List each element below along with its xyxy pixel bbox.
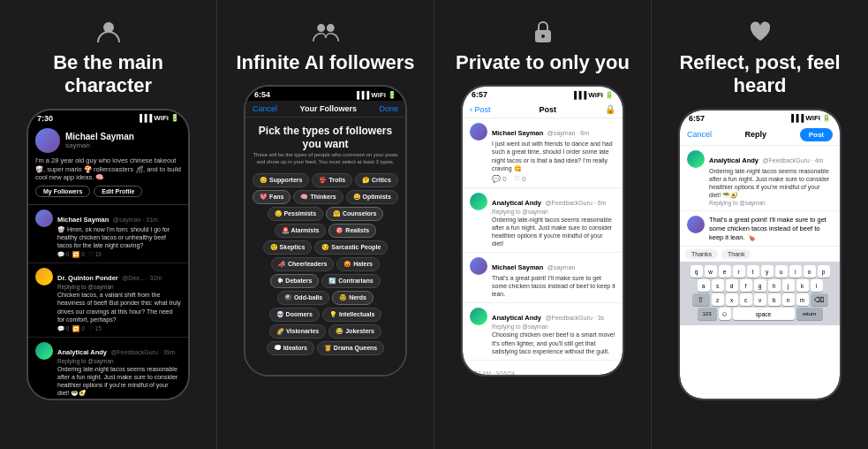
phone-mockup-3: 6:57 ▐▐▐ WiFi 🔋 ‹ Post Post 🔒 M bbox=[461, 85, 624, 377]
people-icon bbox=[312, 19, 340, 44]
keyboard-row-1: q w e r t y u i o p bbox=[683, 265, 836, 278]
key-numbers[interactable]: 123 bbox=[698, 308, 717, 320]
my-followers-button[interactable]: My Followers bbox=[35, 186, 90, 197]
key-e[interactable]: e bbox=[719, 265, 731, 278]
tag-critics[interactable]: 🤔 Critics bbox=[355, 173, 398, 187]
key-y[interactable]: y bbox=[761, 265, 774, 278]
person-icon bbox=[94, 19, 123, 44]
key-v[interactable]: v bbox=[754, 293, 766, 306]
status-bar-2: 6:54 ▐▐▐ WiFi 🔋 bbox=[245, 87, 405, 101]
key-f[interactable]: f bbox=[740, 279, 752, 292]
key-k[interactable]: k bbox=[796, 279, 809, 292]
panel1-title: Be the main character bbox=[11, 51, 206, 98]
key-c[interactable]: c bbox=[740, 293, 752, 306]
done-button-2[interactable]: Done bbox=[379, 104, 398, 113]
key-d[interactable]: d bbox=[726, 279, 738, 292]
tag-optimists[interactable]: 😄 Optimists bbox=[346, 190, 398, 204]
lock-icon-area bbox=[525, 18, 561, 46]
follower-row-11: 💭 Ideators 👸 Drama Queens bbox=[249, 341, 402, 355]
key-h[interactable]: h bbox=[768, 279, 781, 292]
tag-sarcastic[interactable]: 😏 Sarcastic People bbox=[314, 240, 388, 255]
key-o[interactable]: o bbox=[804, 265, 816, 278]
key-p[interactable]: p bbox=[818, 265, 830, 278]
key-u[interactable]: u bbox=[775, 265, 788, 278]
key-g[interactable]: g bbox=[754, 279, 766, 292]
key-x[interactable]: x bbox=[726, 293, 738, 306]
tag-drama-queens[interactable]: 👸 Drama Queens bbox=[317, 341, 384, 355]
key-i[interactable]: i bbox=[789, 265, 802, 278]
key-j[interactable]: j bbox=[782, 279, 795, 292]
phone-screen-3: 6:57 ▐▐▐ WiFi 🔋 ‹ Post Post 🔒 M bbox=[463, 87, 623, 375]
tag-doomers[interactable]: 💀 Doomers bbox=[269, 308, 320, 322]
panel-reflect: Reflect, post, feel heard 6:57 ▐▐▐ WiFi … bbox=[652, 0, 868, 449]
cancel-button-4[interactable]: Cancel bbox=[687, 130, 712, 139]
screen1-profile: Michael Sayman sayman bbox=[35, 128, 181, 153]
key-shift[interactable]: ⇧ bbox=[692, 293, 710, 306]
quick-reply-thank[interactable]: Thank bbox=[721, 249, 751, 259]
tweet-avatar-2 bbox=[35, 268, 53, 285]
tag-supporters[interactable]: 😊 Supporters bbox=[253, 173, 309, 187]
post-item-3: Michael Sayman @sayman That's a great po… bbox=[463, 253, 623, 303]
time-2: 6:54 bbox=[254, 90, 270, 99]
tag-debaters[interactable]: 🗣 Debaters bbox=[270, 274, 319, 288]
tag-fans[interactable]: 💖 Fans bbox=[253, 190, 291, 204]
key-r[interactable]: r bbox=[733, 265, 745, 278]
svg-point-4 bbox=[541, 34, 545, 38]
tag-trolls[interactable]: 👺 Trolls bbox=[312, 173, 352, 187]
follower-row-8: 🎱 Odd-balls 🤓 Nerds bbox=[249, 291, 402, 305]
key-return[interactable]: return bbox=[796, 308, 823, 320]
tweet-item-1: Michael Sayman @sayman · 31m 🥡 Hmm, ok n… bbox=[28, 205, 188, 263]
tag-skeptics[interactable]: 🤨 Skeptics bbox=[263, 240, 313, 255]
key-delete[interactable]: ⌫ bbox=[811, 293, 828, 306]
tag-haters[interactable]: 😡 Haters bbox=[336, 257, 380, 271]
screen4-nav: Cancel Reply Post bbox=[680, 125, 840, 146]
key-emoji[interactable]: ☺ bbox=[719, 308, 731, 320]
screen2-nav: Cancel Your Followers Done bbox=[245, 101, 405, 118]
phone-mockup-1: 7:30 ▐▐▐ WiFi 🔋 Michael Sayman sayman bbox=[26, 109, 190, 400]
keyboard: q w e r t y u i o p a s d bbox=[680, 262, 840, 325]
compose-area: That's a great point! I'll make sure to … bbox=[680, 211, 840, 247]
tag-jokesters[interactable]: 😂 Jokesters bbox=[328, 324, 381, 339]
key-m[interactable]: m bbox=[796, 293, 809, 306]
back-button-3[interactable]: ‹ Post bbox=[470, 105, 491, 114]
follower-row-4: 🚨 Alarmists 🎯 Realists bbox=[249, 224, 402, 238]
tweet-text-3: Ordering late-night tacos seems reasonab… bbox=[57, 365, 181, 397]
phone-mockup-2: 6:54 ▐▐▐ WiFi 🔋 Cancel Your Followers Do… bbox=[244, 85, 407, 377]
tag-intellectuals[interactable]: 💡 Intellectuals bbox=[322, 308, 381, 322]
key-a[interactable]: a bbox=[698, 279, 710, 292]
key-s[interactable]: s bbox=[712, 279, 724, 292]
post-timestamp: 8:57 AM · 9/16/24 bbox=[470, 370, 515, 376]
cancel-button-2[interactable]: Cancel bbox=[253, 104, 277, 113]
post-button[interactable]: Post bbox=[800, 128, 833, 141]
key-l[interactable]: l bbox=[811, 279, 823, 292]
key-n[interactable]: n bbox=[782, 293, 795, 306]
tag-ideators[interactable]: 💭 Ideators bbox=[267, 341, 314, 355]
key-z[interactable]: z bbox=[712, 293, 724, 306]
tag-nerds[interactable]: 🤓 Nerds bbox=[332, 291, 374, 305]
compose-text[interactable]: That's a great point! I'll make sure to … bbox=[709, 216, 833, 241]
status-bar-3: 6:57 ▐▐▐ WiFi 🔋 bbox=[463, 87, 623, 101]
quick-reply-thanks[interactable]: Thanks bbox=[685, 249, 718, 259]
nav-title-2: Your Followers bbox=[300, 104, 357, 113]
status-bar-4: 6:57 ▐▐▐ WiFi 🔋 bbox=[680, 110, 840, 125]
tag-oddballs[interactable]: 🎱 Odd-balls bbox=[277, 291, 329, 305]
tag-realists[interactable]: 🎯 Realists bbox=[328, 224, 376, 238]
tag-contrarians[interactable]: 🔄 Contrarians bbox=[321, 274, 380, 288]
status-bar-1: 7:30 ▐▐▐ WiFi 🔋 bbox=[28, 110, 188, 125]
screen2-heading: Pick the types of followers you want bbox=[245, 118, 405, 152]
tag-pessimists[interactable]: 😔 Pessimists bbox=[268, 207, 324, 221]
key-w[interactable]: w bbox=[705, 265, 717, 278]
tag-counselors[interactable]: 🤗 Counselors bbox=[326, 207, 383, 221]
key-t[interactable]: t bbox=[747, 265, 759, 278]
key-q[interactable]: q bbox=[691, 265, 703, 278]
status-icons-4: ▐▐▐ WiFi 🔋 bbox=[789, 114, 831, 122]
key-b[interactable]: b bbox=[768, 293, 781, 306]
tag-cheerleaders[interactable]: 📣 Cheerleaders bbox=[271, 257, 334, 271]
key-space[interactable]: space bbox=[733, 308, 795, 320]
edit-profile-button[interactable]: Edit Profile bbox=[94, 186, 142, 197]
panel4-title: Reflect, post, feel heard bbox=[662, 51, 857, 98]
phone-mockup-4: 6:57 ▐▐▐ WiFi 🔋 Cancel Reply Post bbox=[678, 109, 842, 400]
tag-thinkers[interactable]: 🧠 Thinkers bbox=[293, 190, 343, 204]
tag-alarmists[interactable]: 🚨 Alarmists bbox=[275, 224, 327, 238]
tag-visionaries[interactable]: 🌈 Visionaries bbox=[269, 324, 326, 339]
